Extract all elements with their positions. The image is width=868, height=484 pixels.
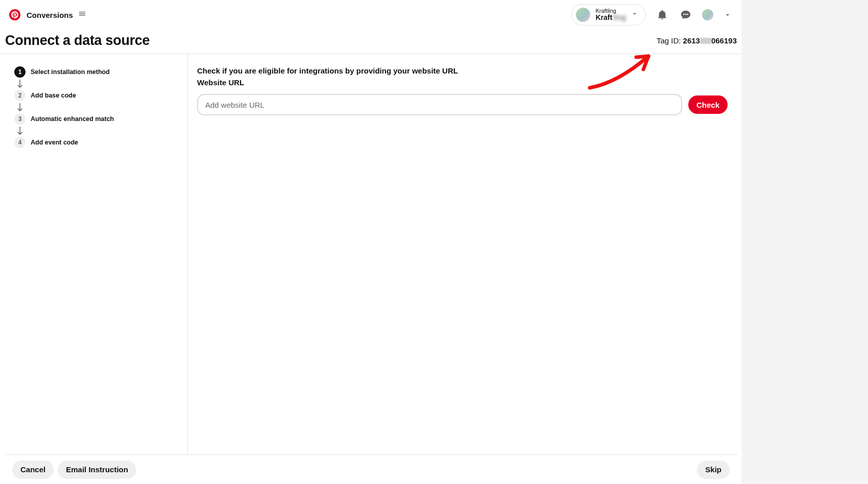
main-panel: Check if you are eligible for integratio… bbox=[188, 54, 742, 454]
step-1[interactable]: 1 Select installation method bbox=[14, 66, 178, 78]
footer-left: Cancel Email Instruction bbox=[12, 461, 136, 479]
menu-icon[interactable] bbox=[78, 10, 86, 20]
tag-id-prefix: 2613 bbox=[683, 36, 700, 45]
topbar: Conversions Kraftling Kraftling bbox=[0, 0, 742, 30]
tag-id-label: Tag ID: bbox=[657, 36, 683, 45]
email-instruction-button[interactable]: Email Instruction bbox=[58, 461, 136, 479]
website-url-label: Website URL bbox=[197, 78, 728, 87]
account-switcher[interactable]: Kraftling Kraftling bbox=[571, 4, 646, 26]
content: 1 Select installation method 2 Add base … bbox=[0, 54, 742, 454]
step-number: 2 bbox=[14, 90, 26, 101]
step-label: Add base code bbox=[31, 92, 76, 99]
avatar-small[interactable] bbox=[702, 9, 713, 20]
title-row: Connect a data source Tag ID: 2613066193 bbox=[0, 30, 742, 54]
step-3[interactable]: 3 Automatic enhanced match bbox=[14, 113, 178, 125]
skip-button[interactable]: Skip bbox=[697, 461, 730, 479]
arrow-down-icon bbox=[14, 127, 26, 136]
cancel-button[interactable]: Cancel bbox=[12, 461, 54, 479]
step-4[interactable]: 4 Add event code bbox=[14, 137, 178, 148]
step-number: 1 bbox=[14, 66, 26, 78]
step-2[interactable]: 2 Add base code bbox=[14, 90, 178, 101]
account-name-blur: ling bbox=[613, 14, 626, 21]
url-input-row: Check bbox=[197, 94, 728, 115]
topbar-left: Conversions bbox=[9, 9, 86, 20]
section-label[interactable]: Conversions bbox=[27, 11, 73, 19]
step-label: Automatic enhanced match bbox=[31, 115, 114, 123]
step-number: 3 bbox=[14, 113, 26, 125]
step-label: Add event code bbox=[31, 139, 78, 146]
avatar bbox=[576, 8, 590, 22]
pinterest-logo-icon[interactable] bbox=[9, 9, 20, 20]
check-button[interactable]: Check bbox=[688, 95, 728, 114]
arrow-down-icon bbox=[14, 103, 26, 112]
tag-id-redacted bbox=[700, 38, 711, 44]
steps-sidebar: 1 Select installation method 2 Add base … bbox=[0, 54, 188, 454]
instruction-text: Check if you are eligible for integratio… bbox=[197, 66, 728, 75]
step-number: 4 bbox=[14, 137, 26, 148]
page-title: Connect a data source bbox=[5, 33, 150, 49]
viewport-overflow bbox=[742, 0, 868, 484]
account-name-prefix: Kraft bbox=[595, 14, 612, 21]
step-label: Select installation method bbox=[31, 68, 110, 76]
website-url-input[interactable] bbox=[197, 94, 682, 115]
account-text: Kraftling Kraftling bbox=[595, 8, 626, 21]
chevron-down-icon bbox=[631, 10, 638, 19]
topbar-right: Kraftling Kraftling bbox=[571, 4, 733, 26]
footer: Cancel Email Instruction Skip bbox=[4, 454, 738, 484]
chevron-down-icon[interactable] bbox=[722, 8, 733, 22]
tag-id-suffix: 066193 bbox=[711, 36, 737, 45]
notifications-icon[interactable] bbox=[655, 8, 669, 22]
tag-id: Tag ID: 2613066193 bbox=[657, 36, 737, 45]
arrow-down-icon bbox=[14, 80, 26, 89]
messages-icon[interactable] bbox=[679, 8, 693, 22]
